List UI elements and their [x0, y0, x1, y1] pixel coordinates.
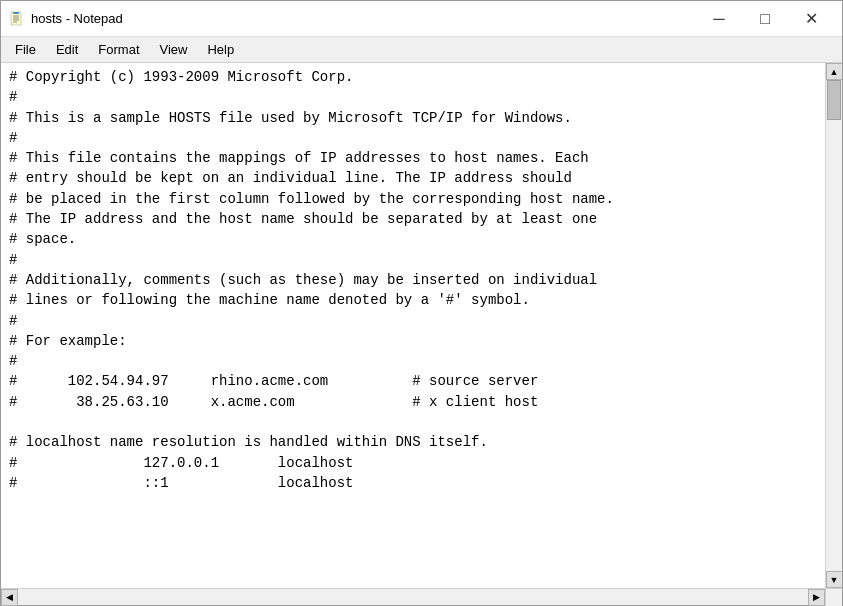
scroll-thumb-v[interactable]: [827, 80, 841, 120]
menu-format[interactable]: Format: [88, 39, 149, 61]
editor-textarea[interactable]: [1, 63, 825, 588]
title-bar: hosts - Notepad ─ □ ✕: [1, 1, 842, 37]
scroll-left-button[interactable]: ◀: [1, 589, 18, 606]
window-title: hosts - Notepad: [31, 11, 696, 26]
menu-edit[interactable]: Edit: [46, 39, 88, 61]
svg-rect-1: [13, 12, 19, 14]
menu-view[interactable]: View: [150, 39, 198, 61]
window-controls: ─ □ ✕: [696, 4, 834, 34]
scroll-right-button[interactable]: ▶: [808, 589, 825, 606]
minimize-button[interactable]: ─: [696, 4, 742, 34]
scroll-track-h[interactable]: [18, 589, 808, 605]
close-button[interactable]: ✕: [788, 4, 834, 34]
menu-file[interactable]: File: [5, 39, 46, 61]
horizontal-scrollbar[interactable]: ◀ ▶: [1, 588, 842, 605]
scroll-down-button[interactable]: ▼: [826, 571, 843, 588]
editor-area: ▲ ▼: [1, 63, 842, 588]
menu-help[interactable]: Help: [197, 39, 244, 61]
notepad-window: hosts - Notepad ─ □ ✕ File Edit Format V…: [0, 0, 843, 606]
scroll-track-v[interactable]: [826, 80, 842, 571]
maximize-button[interactable]: □: [742, 4, 788, 34]
vertical-scrollbar[interactable]: ▲ ▼: [825, 63, 842, 588]
scroll-up-button[interactable]: ▲: [826, 63, 843, 80]
menu-bar: File Edit Format View Help: [1, 37, 842, 63]
app-icon: [9, 11, 25, 27]
